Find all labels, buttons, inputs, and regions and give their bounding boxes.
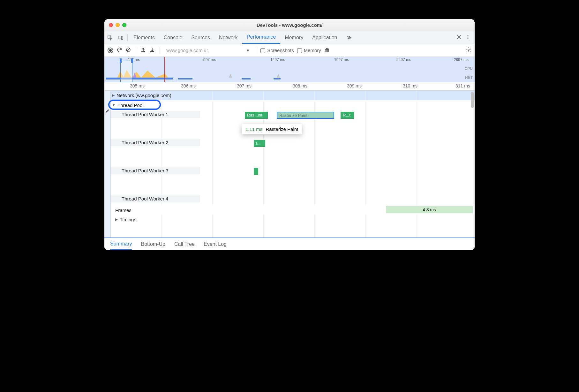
overview-marker	[164, 57, 165, 82]
clear-icon[interactable]	[125, 47, 131, 54]
worker-label: Thread Pool Worker 3	[111, 166, 207, 173]
inspect-element-icon[interactable]	[104, 35, 115, 41]
worker-row: Thread Pool Worker 4	[111, 194, 475, 206]
tab-memory[interactable]: Memory	[280, 31, 308, 44]
flame-event[interactable]: Ras...int	[245, 112, 268, 119]
frames-label: Frames	[115, 207, 132, 213]
svg-point-6	[468, 38, 469, 39]
flamechart-area: ▶ Network (ww.google.com) ▼ Thread Pool …	[104, 91, 475, 237]
time-ruler[interactable]: 305 ms306 ms307 ms308 ms309 ms310 ms311 …	[104, 82, 475, 91]
overview-net-bar	[178, 78, 192, 79]
main-tabstrip: ElementsConsoleSourcesNetworkPerformance…	[104, 31, 475, 44]
annotation-highlight	[108, 100, 161, 110]
details-tab-summary[interactable]: Summary	[110, 238, 132, 250]
capture-settings-icon[interactable]	[466, 48, 471, 54]
window-title: DevTools - www.google.com/	[104, 22, 475, 28]
cpu-lane-label: CPU	[465, 66, 473, 71]
hover-tooltip: 1.11 ms Rasterize Paint	[242, 124, 302, 134]
close-window-button[interactable]	[109, 23, 113, 27]
record-button[interactable]	[108, 48, 113, 53]
flame-event[interactable]	[254, 168, 258, 175]
ruler-tick: 307 ms	[237, 83, 252, 88]
details-tab-call-tree[interactable]: Call Tree	[174, 241, 195, 247]
tooltip-name: Rasterize Paint	[266, 126, 298, 132]
details-tab-event-log[interactable]: Event Log	[204, 241, 227, 247]
tab-console[interactable]: Console	[159, 31, 187, 44]
details-tab-bottom-up[interactable]: Bottom-Up	[141, 241, 165, 247]
device-toolbar-icon[interactable]	[115, 35, 126, 41]
overview-net-bar	[106, 78, 173, 79]
ruler-tick: 308 ms	[293, 83, 307, 88]
worker-row: Thread Pool Worker 2I...	[111, 138, 475, 166]
overview-viewport-window[interactable]	[120, 61, 132, 82]
details-tabstrip: SummaryBottom-UpCall TreeEvent Log	[104, 237, 475, 250]
network-track-header[interactable]: ▶ Network (ww.google.com)	[111, 91, 475, 100]
kebab-menu-icon[interactable]	[465, 34, 471, 41]
ruler-tick: 309 ms	[347, 83, 362, 88]
overview-net-bar	[242, 78, 251, 79]
tab-elements[interactable]: Elements	[129, 31, 159, 44]
overview-net-bar	[274, 78, 281, 79]
overview-tick: 2497 ms	[396, 57, 411, 62]
svg-point-5	[468, 36, 469, 37]
profile-selector-label: www.google.com #1	[166, 48, 209, 53]
devtools-window: DevTools - www.google.com/ ElementsConso…	[104, 19, 475, 250]
flame-event[interactable]: Rasterize Paint	[277, 112, 334, 119]
frames-track-header[interactable]: Frames 4.8 ms	[111, 206, 475, 215]
traffic-lights	[109, 23, 126, 27]
overview-tick: 1497 ms	[270, 57, 285, 62]
tab-network[interactable]: Network	[214, 31, 242, 44]
ruler-tick: 311 ms	[455, 83, 470, 88]
threadpool-track-header[interactable]: ▼ Thread Pool	[111, 100, 475, 110]
ruler-tick: 310 ms	[403, 83, 417, 88]
left-gutter	[104, 91, 111, 237]
ruler-tick: 306 ms	[181, 83, 196, 88]
frame-bar[interactable]: 4.8 ms	[386, 206, 473, 213]
collect-garbage-icon[interactable]	[324, 47, 330, 54]
disclosure-right-icon: ▶	[115, 217, 118, 222]
overview-tick: 1997 ms	[334, 57, 349, 62]
settings-icon[interactable]	[456, 34, 462, 41]
svg-point-8	[468, 49, 470, 51]
disclosure-right-icon: ▶	[112, 93, 115, 97]
tab-performance[interactable]: Performance	[242, 31, 281, 44]
worker-row: Thread Pool Worker 3	[111, 166, 475, 194]
overview-tick: 997 ms	[203, 57, 216, 62]
separator	[127, 34, 128, 41]
worker-label: Thread Pool Worker 1	[111, 110, 207, 117]
timeline-overview[interactable]: 497 ms997 ms1497 ms1997 ms2497 ms2997 ms…	[104, 57, 475, 82]
net-lane-label: NET	[465, 75, 473, 80]
svg-point-3	[458, 36, 460, 38]
tab-sources[interactable]: Sources	[187, 31, 214, 44]
svg-point-4	[468, 35, 469, 36]
dropdown-caret-icon: ▾	[247, 48, 249, 53]
zoom-window-button[interactable]	[122, 23, 126, 27]
overview-tick: 2997 ms	[454, 57, 469, 62]
edit-track-icon[interactable]	[104, 109, 110, 113]
separator	[256, 47, 256, 54]
separator	[136, 47, 136, 54]
window-titlebar: DevTools - www.google.com/	[104, 19, 475, 31]
vertical-scrollbar[interactable]	[471, 92, 474, 108]
worker-label: Thread Pool Worker 4	[111, 194, 207, 201]
separator	[160, 47, 160, 54]
flame-event[interactable]: I...	[254, 140, 265, 147]
timings-label: Timings	[120, 217, 136, 222]
load-profile-icon[interactable]	[140, 47, 146, 54]
reload-record-icon[interactable]	[117, 47, 122, 54]
save-profile-icon[interactable]	[149, 47, 155, 54]
tooltip-duration: 1.11 ms	[245, 126, 262, 132]
memory-checkbox[interactable]: Memory	[297, 48, 321, 53]
timings-track-header[interactable]: ▶ Timings	[111, 215, 475, 224]
flame-event[interactable]: R...t	[341, 112, 354, 119]
screenshots-checkbox[interactable]: Screenshots	[260, 48, 294, 53]
ruler-tick: 305 ms	[130, 83, 145, 88]
minimize-window-button[interactable]	[116, 23, 120, 27]
profile-selector[interactable]: www.google.com #1 ▾	[164, 48, 251, 53]
performance-toolbar: www.google.com #1 ▾ Screenshots Memory	[104, 44, 475, 57]
worker-label: Thread Pool Worker 2	[111, 138, 207, 145]
network-track-label: Network (ww.google.com)	[117, 93, 171, 98]
more-tabs-button[interactable]	[342, 31, 356, 44]
tab-application[interactable]: Application	[308, 31, 342, 44]
